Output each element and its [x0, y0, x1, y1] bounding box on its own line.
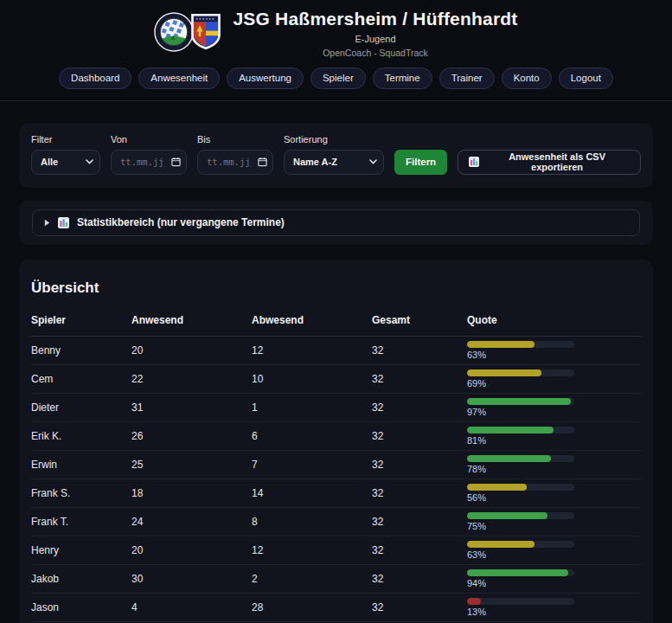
filtern-button[interactable]: Filtern	[394, 150, 447, 175]
nav-button-termine[interactable]: Termine	[373, 67, 432, 89]
calendar-icon[interactable]	[171, 157, 181, 167]
nav-button-trainer[interactable]: Trainer	[439, 67, 495, 89]
quote-progress-bar	[467, 484, 574, 491]
table-row: Benny 20 12 32 63%	[31, 337, 641, 365]
player-name: Erwin	[31, 459, 131, 471]
abwesend-value: 6	[252, 430, 372, 442]
team-subtitle: E-Jugend	[233, 34, 517, 44]
nav-button-logout[interactable]: Logout	[559, 67, 613, 89]
abwesend-value: 14	[252, 487, 372, 499]
bar-chart-icon	[58, 217, 69, 228]
anwesend-value: 4	[131, 601, 252, 613]
quote-cell: 56%	[467, 484, 641, 503]
quote-progress-fill	[467, 512, 547, 519]
quote-progress-bar	[467, 512, 574, 519]
quote-progress-fill	[467, 341, 534, 348]
gesamt-value: 32	[372, 344, 467, 356]
quote-cell: 97%	[467, 398, 641, 417]
app-name: OpenCoach - SquadTrack	[233, 48, 517, 58]
quote-progress-bar	[467, 569, 574, 576]
table-header: Spieler Anwesend Abwesend Gesamt Quote	[31, 314, 641, 337]
sort-select[interactable]: Name A-Z	[284, 150, 384, 175]
sortierung-label: Sortierung	[284, 134, 384, 145]
anwesend-value: 22	[131, 373, 252, 385]
quote-progress-fill	[467, 369, 541, 376]
table-row: Erik K. 26 6 32 81%	[31, 422, 641, 451]
quote-cell: 81%	[467, 427, 641, 446]
quote-cell: 78%	[467, 455, 641, 474]
quote-progress-bar	[467, 598, 574, 605]
filter-bar: Filter Alle Von Bis	[19, 123, 653, 188]
quote-percent: 69%	[467, 378, 641, 389]
quote-progress-fill	[467, 598, 481, 605]
col-abwesend: Abwesend	[252, 314, 372, 326]
anwesend-value: 30	[131, 573, 252, 585]
abwesend-value: 1	[252, 401, 372, 414]
table-row: Jakob 30 2 32 94%	[31, 565, 641, 594]
abwesend-value: 8	[252, 516, 372, 528]
main-content: Filter Alle Von Bis	[0, 123, 672, 623]
statistics-section: Statistikbereich (nur vergangene Termine…	[19, 201, 653, 245]
gesamt-value: 32	[372, 373, 467, 385]
club-logo-haßmersheim-icon	[154, 12, 194, 55]
quote-progress-bar	[467, 427, 574, 434]
quote-progress-fill	[467, 427, 554, 434]
player-name: Cem	[31, 373, 131, 385]
nav-button-spieler[interactable]: Spieler	[310, 67, 366, 89]
abwesend-value: 7	[252, 459, 372, 471]
overview-panel: Übersicht Spieler Anwesend Abwesend Gesa…	[19, 260, 653, 623]
club-logo-hüffenhardt-icon	[189, 12, 222, 55]
col-spieler: Spieler	[31, 314, 131, 326]
quote-progress-bar	[467, 398, 574, 405]
nav-button-dashboard[interactable]: Dashboard	[59, 67, 131, 89]
quote-cell: 63%	[467, 541, 641, 560]
table-body: Benny 20 12 32 63% Cem 22 10 32 69% Diet…	[31, 337, 641, 623]
table-row: Frank S. 18 14 32 56%	[31, 479, 641, 508]
anwesend-value: 18	[131, 487, 252, 499]
main-nav: DashboardAnwesenheitAuswertungSpielerTer…	[0, 67, 672, 101]
col-gesamt: Gesamt	[372, 314, 467, 326]
player-name: Benny	[31, 344, 131, 356]
table-row: Dieter 31 1 32 97%	[31, 394, 641, 422]
statistics-toggle[interactable]: Statistikbereich (nur vergangene Termine…	[32, 209, 640, 236]
quote-percent: 78%	[467, 464, 641, 474]
quote-percent: 81%	[467, 435, 641, 446]
gesamt-value: 32	[372, 516, 467, 528]
table-row: Erwin 25 7 32 78%	[31, 451, 641, 479]
gesamt-value: 32	[372, 430, 467, 442]
quote-percent: 56%	[467, 492, 641, 503]
nav-button-konto[interactable]: Konto	[502, 67, 552, 89]
gesamt-value: 32	[372, 401, 467, 414]
table-row: Frank T. 24 8 32 75%	[31, 508, 641, 536]
export-csv-button[interactable]: Anwesenheit als CSV exportieren	[458, 150, 641, 175]
quote-progress-fill	[467, 569, 568, 576]
filter-select[interactable]: Alle	[31, 150, 100, 175]
nav-button-anwesenheit[interactable]: Anwesenheit	[138, 67, 220, 89]
player-name: Dieter	[31, 401, 131, 414]
abwesend-value: 28	[252, 601, 372, 613]
anwesend-value: 24	[131, 516, 252, 528]
quote-cell: 75%	[467, 512, 641, 531]
bar-chart-icon	[469, 157, 479, 167]
col-anwesend: Anwesend	[131, 314, 252, 326]
quote-percent: 97%	[467, 407, 641, 417]
abwesend-value: 10	[252, 373, 372, 385]
quote-progress-fill	[467, 541, 534, 548]
quote-progress-fill	[467, 398, 571, 405]
app-header: JSG Haßmersheim / Hüffenhardt E-Jugend O…	[0, 0, 672, 101]
anwesend-value: 26	[131, 430, 252, 442]
table-row: Cem 22 10 32 69%	[31, 365, 641, 394]
gesamt-value: 32	[372, 544, 467, 556]
quote-progress-bar	[467, 341, 574, 348]
abwesend-value: 12	[252, 544, 372, 556]
gesamt-value: 32	[372, 601, 467, 613]
quote-percent: 75%	[467, 521, 641, 531]
table-row: Jason 4 28 32 13%	[31, 594, 641, 622]
quote-progress-fill	[467, 484, 527, 491]
bis-label: Bis	[197, 134, 273, 145]
quote-percent: 13%	[467, 607, 641, 617]
nav-button-auswertung[interactable]: Auswertung	[227, 67, 304, 89]
calendar-icon[interactable]	[258, 157, 267, 167]
anwesend-value: 31	[131, 401, 252, 414]
von-label: Von	[111, 134, 187, 145]
